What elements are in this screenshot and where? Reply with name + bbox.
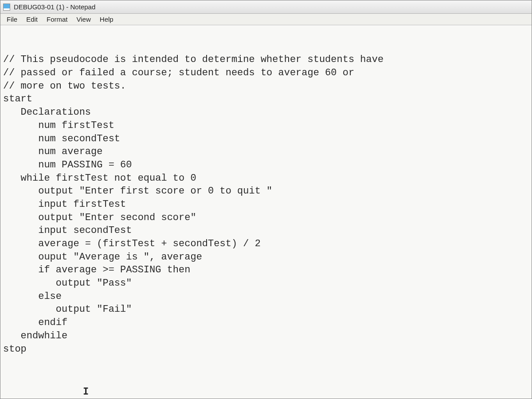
- code-line[interactable]: output "Enter first score or 0 to quit ": [3, 185, 529, 198]
- code-line[interactable]: num PASSING = 60: [3, 159, 529, 172]
- code-line[interactable]: // more on two tests.: [3, 80, 529, 93]
- code-line[interactable]: // passed or failed a course; student ne…: [3, 66, 529, 80]
- code-line[interactable]: num firstTest: [3, 119, 529, 132]
- text-editor-area[interactable]: // This pseudocode is intended to determ…: [0, 25, 532, 399]
- code-line[interactable]: if average >= PASSING then: [3, 263, 529, 277]
- code-line[interactable]: input secondTest: [3, 224, 529, 237]
- notepad-window: DEBUG03-01 (1) - Notepad File Edit Forma…: [0, 0, 532, 399]
- code-line[interactable]: start: [3, 93, 529, 106]
- menu-edit[interactable]: Edit: [22, 14, 42, 24]
- title-bar[interactable]: DEBUG03-01 (1) - Notepad: [0, 0, 532, 14]
- code-line[interactable]: ouput "Average is ", average: [3, 251, 529, 264]
- code-line[interactable]: num secondTest: [3, 132, 529, 146]
- menu-format[interactable]: Format: [42, 14, 72, 24]
- code-line[interactable]: // This pseudocode is intended to determ…: [3, 53, 529, 66]
- code-line[interactable]: Declarations: [3, 106, 529, 119]
- menu-bar: File Edit Format View Help: [0, 14, 532, 25]
- notepad-icon: [3, 4, 10, 11]
- code-content[interactable]: // This pseudocode is intended to determ…: [3, 53, 529, 356]
- code-line[interactable]: output "Fail": [3, 303, 529, 316]
- text-cursor-icon: I: [83, 385, 529, 398]
- code-line[interactable]: else: [3, 290, 529, 303]
- menu-file[interactable]: File: [2, 14, 22, 24]
- window-title: DEBUG03-01 (1) - Notepad: [14, 3, 95, 11]
- code-line[interactable]: output "Enter second score": [3, 211, 529, 225]
- menu-help[interactable]: Help: [95, 14, 118, 24]
- code-line[interactable]: endwhile: [3, 329, 529, 343]
- code-line[interactable]: while firstTest not equal to 0: [3, 172, 529, 185]
- code-line[interactable]: output "Pass": [3, 277, 529, 290]
- menu-view[interactable]: View: [72, 14, 95, 24]
- code-line[interactable]: endif: [3, 316, 529, 329]
- code-line[interactable]: stop: [3, 343, 529, 356]
- code-line[interactable]: num average: [3, 145, 529, 159]
- code-line[interactable]: average = (firstTest + secondTest) / 2: [3, 237, 529, 251]
- code-line[interactable]: input firstTest: [3, 198, 529, 211]
